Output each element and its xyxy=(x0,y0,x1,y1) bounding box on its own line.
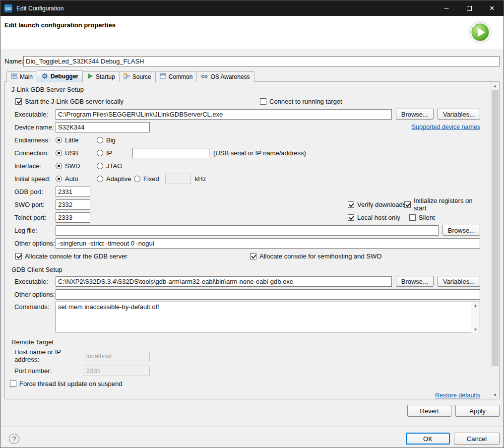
connection-hint: (USB serial or IP name/address) xyxy=(213,149,306,157)
checkbox-box xyxy=(10,381,16,387)
apply-button[interactable]: Apply xyxy=(455,405,500,417)
svg-text:S32: S32 xyxy=(5,7,12,10)
verify-downloads-checkbox[interactable]: Verify downloads xyxy=(348,201,406,208)
log-file-row: Log file: Browse... xyxy=(14,225,480,236)
client-other-options-input[interactable] xyxy=(56,289,480,300)
initial-speed-fixed-radio[interactable]: Fixed xyxy=(134,175,159,183)
checkbox-box xyxy=(348,201,354,208)
checkbox-box xyxy=(15,253,22,259)
radio-circle xyxy=(56,163,62,169)
commands-scrollbar[interactable]: ▲ ▼ xyxy=(471,302,480,333)
cancel-button[interactable]: Cancel xyxy=(454,433,500,445)
revert-button[interactable]: Revert xyxy=(407,405,451,417)
initial-speed-adaptive-label: Adaptive xyxy=(106,175,131,183)
maximize-icon xyxy=(467,6,472,11)
main-icon xyxy=(11,73,17,81)
server-other-options-label: Other options: xyxy=(14,240,56,247)
commands-textarea[interactable]: set mem inaccessible-by-default off xyxy=(56,302,480,332)
interface-jtag-radio[interactable]: JTAG xyxy=(97,162,122,170)
server-setup-title: J-Link GDB Server Setup xyxy=(11,86,480,93)
log-file-input[interactable] xyxy=(56,225,439,236)
client-executable-variables-button[interactable]: Variables... xyxy=(438,276,480,287)
supported-device-names-link[interactable]: Supported device names xyxy=(412,124,480,130)
maximize-button[interactable] xyxy=(458,0,481,16)
scroll-down-icon[interactable]: ▼ xyxy=(474,326,478,333)
tab-main-label: Main xyxy=(20,73,33,80)
close-button[interactable]: × xyxy=(481,0,504,16)
debugger-tab-content: J-Link GDB Server Setup Start the J-Link… xyxy=(4,81,500,399)
tab-os-awareness[interactable]: OS OS Awareness xyxy=(196,71,254,82)
name-label: Name: xyxy=(4,58,23,65)
log-file-browse-button[interactable]: Browse... xyxy=(442,225,480,236)
server-executable-browse-button[interactable]: Browse... xyxy=(396,109,434,120)
server-executable-variables-button[interactable]: Variables... xyxy=(438,109,480,120)
tab-debugger[interactable]: Debugger xyxy=(37,70,83,82)
tab-common[interactable]: Common xyxy=(155,71,197,82)
tab-source-label: Source xyxy=(132,73,151,80)
server-other-options-input[interactable] xyxy=(56,238,480,249)
ok-button[interactable]: OK xyxy=(406,433,450,445)
client-executable-row: Executable: Browse... Variables... xyxy=(14,276,480,287)
close-icon: × xyxy=(490,3,495,13)
client-executable-input[interactable] xyxy=(56,276,392,287)
force-thread-list-checkbox[interactable]: Force thread list update on suspend xyxy=(10,380,122,387)
tab-common-label: Common xyxy=(169,73,193,80)
content-scrollbar[interactable]: ▲ ▼ xyxy=(491,82,499,399)
connection-row: Connection: USB IP (USB serial or IP nam… xyxy=(14,147,480,158)
telnet-port-input[interactable] xyxy=(56,212,90,223)
endianness-little-radio[interactable]: Little xyxy=(56,136,97,144)
allocate-console-row: Allocate console for the GDB server Allo… xyxy=(14,251,480,261)
interface-jtag-label: JTAG xyxy=(106,162,122,170)
dialog-header: Edit launch configuration properties xyxy=(0,16,504,49)
initial-speed-row: Initial speed: Auto Adaptive Fixed kHz xyxy=(14,173,480,184)
allocate-gdb-console-checkbox[interactable]: Allocate console for the GDB server xyxy=(15,253,127,260)
minimize-button[interactable]: ─ xyxy=(435,0,458,16)
silent-checkbox[interactable]: Silent xyxy=(409,214,435,221)
start-gdb-server-locally-checkbox[interactable]: Start the J-Link GDB server locally xyxy=(15,98,124,105)
remote-host-input xyxy=(84,351,150,361)
connection-ip-radio[interactable]: IP xyxy=(97,149,132,157)
force-thread-row: Force thread list update on suspend xyxy=(10,378,480,389)
restore-defaults-row: Restore defaults xyxy=(14,392,480,399)
initialize-registers-checkbox[interactable]: Initialize registers on start xyxy=(404,197,480,212)
tab-bar: Main Debugger Startup Source Common OS O… xyxy=(6,70,500,82)
connection-usb-radio[interactable]: USB xyxy=(56,149,97,157)
restore-defaults-link[interactable]: Restore defaults xyxy=(435,392,480,399)
tab-main[interactable]: Main xyxy=(6,71,37,82)
device-name-row: Device name: Supported device names xyxy=(14,122,480,132)
initial-speed-auto-radio[interactable]: Auto xyxy=(56,175,97,183)
telnet-port-row: Telnet port: Local host only Silent xyxy=(14,212,480,223)
telnet-port-label: Telnet port: xyxy=(14,214,56,221)
scrollbar-up-icon[interactable]: ▲ xyxy=(491,82,499,90)
checkbox-box xyxy=(15,98,22,105)
minimize-icon: ─ xyxy=(444,5,449,12)
interface-swd-radio[interactable]: SWD xyxy=(56,162,97,170)
gdb-port-input[interactable] xyxy=(56,187,90,197)
name-input[interactable] xyxy=(23,56,500,66)
tab-startup[interactable]: Startup xyxy=(82,71,120,82)
tab-source[interactable]: Source xyxy=(119,71,156,82)
connect-to-running-target-checkbox[interactable]: Connect to running target xyxy=(260,98,342,105)
swo-port-row: SWO port: Verify downloads Initialize re… xyxy=(14,199,480,210)
allocate-semihosting-console-checkbox[interactable]: Allocate console for semihosting and SWO xyxy=(250,253,381,260)
start-gdb-server-locally-label: Start the J-Link GDB server locally xyxy=(25,98,124,105)
local-host-only-checkbox[interactable]: Local host only xyxy=(348,214,400,221)
os-awareness-icon: OS xyxy=(201,73,208,81)
client-executable-browse-button[interactable]: Browse... xyxy=(396,276,434,287)
endianness-big-radio[interactable]: Big xyxy=(97,136,116,144)
server-executable-input[interactable] xyxy=(56,109,392,120)
radio-circle xyxy=(56,137,62,143)
initial-speed-adaptive-radio[interactable]: Adaptive xyxy=(97,175,134,183)
commands-row: Commands: set mem inaccessible-by-defaul… xyxy=(14,302,480,334)
device-name-input[interactable] xyxy=(56,122,150,132)
swo-port-input[interactable] xyxy=(56,199,90,210)
scrollbar-down-icon[interactable]: ▼ xyxy=(491,391,499,399)
remote-port-label: Port number: xyxy=(14,367,84,375)
radio-circle xyxy=(97,137,103,143)
scrollbar-thumb[interactable] xyxy=(492,90,499,366)
debugger-icon xyxy=(41,72,48,81)
help-button[interactable]: ? xyxy=(9,434,19,444)
scroll-up-icon[interactable]: ▲ xyxy=(474,302,478,309)
connection-address-input[interactable] xyxy=(132,148,209,158)
gdb-port-row: GDB port: xyxy=(14,186,480,197)
